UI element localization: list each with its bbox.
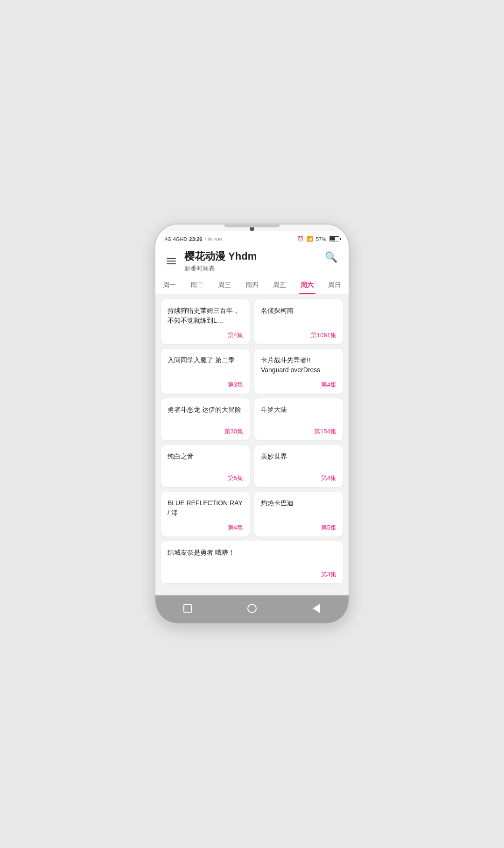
anime-title-7: 美妙世界 xyxy=(261,452,336,468)
back-icon xyxy=(313,604,320,613)
anime-card-0[interactable]: 持续狩猎史莱姆三百年，不知不觉就练到L… 第4集 xyxy=(161,299,250,344)
header-title: 樱花动漫 Yhdm 新番时间表 xyxy=(184,249,257,273)
anime-title-6: 纯白之音 xyxy=(168,452,243,468)
battery-label: 57% xyxy=(316,236,326,242)
tab-friday[interactable]: 周五 xyxy=(266,276,294,294)
episode-badge-9: 第5集 xyxy=(261,523,336,532)
speed-label: 7.80 KB/s xyxy=(204,237,222,241)
episode-badge-2: 第3集 xyxy=(168,381,243,389)
wifi-icon: 📶 xyxy=(307,236,313,242)
tab-tuesday[interactable]: 周二 xyxy=(183,276,210,294)
tab-wednesday[interactable]: 周三 xyxy=(210,276,238,294)
menu-button[interactable] xyxy=(165,256,178,266)
time-label: 23:26 xyxy=(189,236,202,242)
episode-badge-6: 第5集 xyxy=(168,474,243,482)
content-area: 持续狩猎史莱姆三百年，不知不觉就练到L… 第4集 名侦探柯南 第1061集 入间… xyxy=(155,295,349,595)
battery-icon xyxy=(329,236,339,241)
episode-badge-0: 第4集 xyxy=(168,331,243,339)
tab-sunday[interactable]: 周日 xyxy=(321,276,349,294)
app-name: 樱花动漫 Yhdm xyxy=(184,249,257,263)
tab-saturday[interactable]: 周六 xyxy=(294,276,321,294)
episode-badge-5: 第154集 xyxy=(261,427,336,436)
anime-title-2: 入间同学入魔了 第二季 xyxy=(168,355,243,375)
anime-grid: 持续狩猎史莱姆三百年，不知不觉就练到L… 第4集 名侦探柯南 第1061集 入间… xyxy=(161,299,343,583)
network-label: 4G 4GHD xyxy=(165,236,187,242)
status-left: 4G 4GHD 23:26 7.80 KB/s xyxy=(165,236,222,242)
episode-badge-1: 第1061集 xyxy=(261,331,336,339)
app-subtitle: 新番时间表 xyxy=(184,264,257,273)
anime-title-4: 勇者斗恶龙 达伊的大冒险 xyxy=(168,405,243,422)
status-bar: 4G 4GHD 23:26 7.80 KB/s ⏰ 📶 57% xyxy=(155,231,349,244)
home-icon xyxy=(247,604,257,613)
tabs-bar: 周一 周二 周三 周四 周五 周六 周日 xyxy=(155,276,349,295)
anime-title-1: 名侦探柯南 xyxy=(261,306,336,325)
back-button[interactable] xyxy=(310,602,323,615)
anime-title-9: 灼热卡巴迪 xyxy=(261,498,336,518)
nav-bar xyxy=(155,595,349,623)
alarm-icon: ⏰ xyxy=(297,236,304,242)
anime-title-3: 卡片战斗先导者!! Vanguard overDress xyxy=(261,355,336,375)
anime-card-3[interactable]: 卡片战斗先导者!! Vanguard overDress 第4集 xyxy=(254,349,343,394)
phone-frame: 4G 4GHD 23:26 7.80 KB/s ⏰ 📶 57% 樱花动漫 Yhd… xyxy=(154,223,350,625)
episode-badge-8: 第4集 xyxy=(168,523,243,532)
camera xyxy=(250,226,254,231)
status-right: ⏰ 📶 57% xyxy=(297,236,339,242)
tab-thursday[interactable]: 周四 xyxy=(238,276,266,294)
anime-card-7[interactable]: 美妙世界 第4集 xyxy=(254,445,343,487)
anime-card-4[interactable]: 勇者斗恶龙 达伊的大冒险 第30集 xyxy=(161,398,250,440)
anime-card-6[interactable]: 纯白之音 第5集 xyxy=(161,445,250,487)
anime-card-2[interactable]: 入间同学入魔了 第二季 第3集 xyxy=(161,349,250,394)
anime-title-10: 结城友奈是勇者 哦嗜！ xyxy=(168,548,336,565)
anime-card-10[interactable]: 结城友奈是勇者 哦嗜！ 第3集 xyxy=(161,541,343,583)
recent-button[interactable] xyxy=(181,602,194,615)
anime-card-9[interactable]: 灼热卡巴迪 第5集 xyxy=(254,492,343,537)
episode-badge-7: 第4集 xyxy=(261,474,336,482)
app-header: 樱花动漫 Yhdm 新番时间表 🔍 xyxy=(155,244,349,276)
anime-title-0: 持续狩猎史莱姆三百年，不知不觉就练到L… xyxy=(168,306,243,325)
anime-card-5[interactable]: 斗罗大陆 第154集 xyxy=(254,398,343,440)
anime-title-5: 斗罗大陆 xyxy=(261,405,336,422)
anime-title-8: BLUE REFLECTION RAY / 澪 xyxy=(168,498,243,518)
anime-card-8[interactable]: BLUE REFLECTION RAY / 澪 第4集 xyxy=(161,492,250,537)
tab-monday[interactable]: 周一 xyxy=(155,276,183,294)
header-left: 樱花动漫 Yhdm 新番时间表 xyxy=(165,249,257,273)
anime-card-1[interactable]: 名侦探柯南 第1061集 xyxy=(254,299,343,344)
home-button[interactable] xyxy=(245,602,259,615)
recent-icon xyxy=(183,604,192,613)
episode-badge-3: 第4集 xyxy=(261,381,336,389)
episode-badge-10: 第3集 xyxy=(168,570,336,579)
search-icon[interactable]: 🔍 xyxy=(323,249,339,265)
episode-badge-4: 第30集 xyxy=(168,427,243,436)
